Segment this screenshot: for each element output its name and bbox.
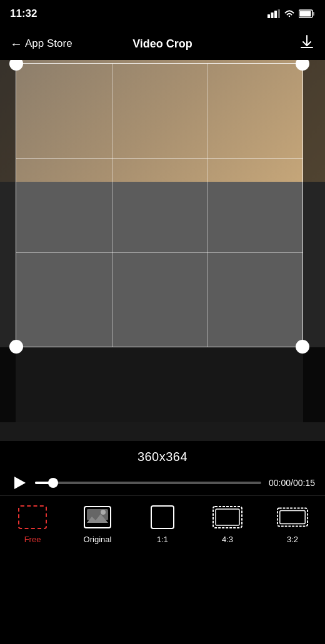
back-chevron-icon: ← <box>10 37 22 51</box>
tool-original[interactable]: Original <box>72 503 122 544</box>
video-crop-area[interactable] <box>0 60 325 441</box>
free-label: Free <box>24 535 41 544</box>
svg-point-42 <box>101 510 106 515</box>
tool-4-3[interactable]: 4:3 <box>202 503 252 544</box>
play-icon <box>14 477 26 489</box>
download-icon <box>299 34 315 50</box>
svg-rect-6 <box>300 11 311 17</box>
svg-rect-2 <box>274 11 277 18</box>
original-icon <box>83 505 112 529</box>
svg-rect-1 <box>271 12 274 18</box>
seek-thumb[interactable] <box>48 478 58 488</box>
status-bar: 11:32 <box>0 0 325 27</box>
signal-icon <box>268 9 280 18</box>
battery-icon <box>299 9 315 18</box>
svg-rect-0 <box>268 14 270 18</box>
grid-line-h1 <box>16 158 302 159</box>
crop-handle-br[interactable] <box>296 340 309 354</box>
svg-rect-46 <box>280 510 305 523</box>
bottom-toolbar: Free Original 1:1 4:3 <box>0 495 325 557</box>
svg-rect-43 <box>213 507 242 528</box>
status-time: 11:32 <box>10 7 37 20</box>
landscape-label: 4:3 <box>222 535 233 544</box>
time-display: 00:00/00:15 <box>269 478 315 488</box>
tool-3-2[interactable]: 3:2 <box>268 503 318 544</box>
back-button[interactable]: ← App Store <box>10 37 72 51</box>
crop-box[interactable] <box>16 63 303 347</box>
landscape-icon-container <box>211 503 244 531</box>
outside-bottom <box>0 347 325 422</box>
back-label: App Store <box>25 37 72 50</box>
tool-1-1[interactable]: 1:1 <box>138 503 188 544</box>
wide-icon-container <box>276 503 309 531</box>
landscape-icon <box>212 504 243 530</box>
free-icon-container <box>16 503 49 531</box>
free-icon <box>18 505 47 529</box>
square-label: 1:1 <box>157 535 168 544</box>
page-title: Video Crop <box>132 37 192 51</box>
svg-rect-5 <box>313 12 315 16</box>
crop-handle-tl[interactable] <box>9 60 23 71</box>
svg-rect-44 <box>216 509 239 525</box>
seek-bar[interactable] <box>35 482 261 484</box>
nav-bar: ← App Store Video Crop <box>0 27 325 60</box>
crop-handle-bl[interactable] <box>9 340 23 354</box>
original-icon-container <box>81 503 114 531</box>
dimensions-label: 360x364 <box>0 441 325 470</box>
wifi-icon <box>284 9 295 18</box>
square-icon-container <box>146 503 179 531</box>
tool-free[interactable]: Free <box>8 503 58 544</box>
square-icon <box>151 505 174 529</box>
status-icons <box>268 9 315 18</box>
original-label: Original <box>84 535 112 544</box>
playback-controls: 00:00/00:15 <box>0 470 325 495</box>
grid-line-v1 <box>112 64 112 347</box>
wide-icon <box>276 505 309 530</box>
svg-rect-3 <box>278 9 281 18</box>
grid-line-h2 <box>16 252 302 253</box>
play-button[interactable] <box>10 474 28 492</box>
wide-label: 3:2 <box>287 535 298 544</box>
grid-line-v2 <box>207 64 208 347</box>
download-button[interactable] <box>299 34 315 54</box>
